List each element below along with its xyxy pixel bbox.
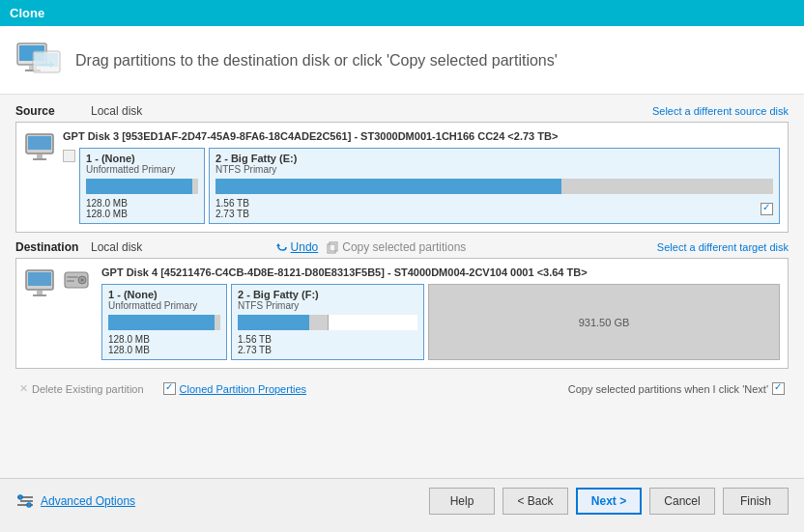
footer: Advanced Options Help < Back Next > Canc…: [0, 478, 804, 522]
finish-button[interactable]: Finish: [723, 488, 789, 515]
source-disk-info: GPT Disk 3 [953ED1AF-2D47-45A9-8FA6-18C4…: [63, 130, 780, 224]
clone-icon: [15, 38, 62, 84]
title-bar-label: Clone: [10, 6, 44, 20]
body-area: Source Local disk Select a different sou…: [0, 95, 804, 478]
destination-unallocated: 931.50 GB: [428, 284, 780, 360]
svg-rect-17: [33, 294, 46, 296]
source-partitions-row: 1 - (None) Unformatted Primary 128.0 MB …: [63, 148, 780, 224]
next-button[interactable]: Next >: [576, 488, 642, 515]
copy-next-row: Copy selected partitions when I click 'N…: [568, 382, 785, 395]
svg-rect-11: [33, 158, 46, 160]
source-partition1-checkbox[interactable]: [63, 150, 75, 162]
copy-icon: [326, 240, 339, 254]
source-sublabel: Local disk: [91, 104, 645, 118]
svg-rect-13: [330, 242, 337, 251]
footer-left: Advanced Options: [15, 491, 421, 511]
bottom-options-row: ✕ Delete Existing partition Cloned Parti…: [15, 377, 789, 397]
dest-p2-type: NTFS Primary: [238, 300, 417, 311]
destination-sublabel: Local disk: [91, 240, 267, 254]
advanced-options-icon: [15, 491, 35, 511]
title-bar: Clone: [0, 0, 804, 26]
copy-next-label: Copy selected partitions when I click 'N…: [568, 383, 768, 395]
source-disk-container: GPT Disk 3 [953ED1AF-2D47-45A9-8FA6-18C4…: [15, 122, 789, 233]
header-section: Drag partitions to the destination disk …: [0, 26, 804, 95]
source-disk-title: GPT Disk 3 [953ED1AF-2D47-45A9-8FA6-18C4…: [63, 130, 780, 142]
source-partition2: 2 - Big Fatty (E:) NTFS Primary 1.56 TB …: [209, 148, 780, 224]
cloned-checkbox[interactable]: [163, 382, 176, 395]
svg-rect-22: [67, 280, 74, 282]
copy-partitions-button[interactable]: Copy selected partitions: [326, 240, 466, 254]
undo-button[interactable]: Undo: [274, 240, 319, 254]
cloned-option[interactable]: Cloned Partition Properties: [163, 382, 306, 395]
source-p1-type: Unformatted Primary: [86, 164, 198, 175]
delete-label: Delete Existing partition: [32, 383, 144, 395]
destination-header: Destination Local disk Undo Copy selecte…: [15, 240, 789, 254]
svg-rect-21: [67, 276, 78, 278]
svg-rect-9: [28, 136, 51, 150]
source-monitor-icon: [24, 132, 55, 163]
advanced-options-link[interactable]: Advanced Options: [41, 494, 135, 508]
source-p2-check-row: 1.56 TB 2.73 TB: [215, 198, 773, 219]
destination-hdd-icon: [63, 266, 90, 294]
undo-label: Undo: [291, 240, 319, 254]
source-p1-bar: [86, 179, 198, 194]
source-header: Source Local disk Select a different sou…: [15, 104, 789, 118]
cloned-label[interactable]: Cloned Partition Properties: [180, 383, 306, 395]
source-partition1: 1 - (None) Unformatted Primary 128.0 MB …: [79, 148, 205, 224]
delete-x-icon: ✕: [19, 382, 28, 395]
destination-partitions-row: 1 - (None) Unformatted Primary 128.0 MB …: [101, 284, 780, 360]
destination-partition1: 1 - (None) Unformatted Primary 128.0 MB …: [101, 284, 227, 360]
destination-disk-title: GPT Disk 4 [45211476-C4CB-4D8E-8121-D80E…: [101, 266, 780, 278]
help-button[interactable]: Help: [429, 488, 495, 515]
source-label: Source: [15, 104, 83, 118]
destination-link[interactable]: Select a different target disk: [657, 241, 789, 253]
back-button[interactable]: < Back: [502, 488, 568, 515]
undo-icon: [274, 240, 288, 254]
bottom-options: ✕ Delete Existing partition Cloned Parti…: [19, 382, 568, 395]
destination-monitor-icon: [24, 268, 55, 299]
unallocated-size: 931.50 GB: [579, 317, 630, 328]
destination-label: Destination: [15, 240, 83, 254]
destination-disk-container: GPT Disk 4 [45211476-C4CB-4D8E-8121-D80E…: [15, 258, 789, 369]
source-p2-sizes: 1.56 TB 2.73 TB: [215, 198, 249, 219]
svg-rect-12: [328, 244, 335, 253]
cancel-button[interactable]: Cancel: [649, 488, 715, 515]
source-section: Source Local disk Select a different sou…: [15, 104, 789, 233]
delete-option: ✕ Delete Existing partition: [19, 382, 144, 395]
copy-label: Copy selected partitions: [342, 240, 466, 254]
source-p2-name: 2 - Big Fatty (E:): [215, 153, 773, 164]
svg-rect-15: [28, 272, 51, 286]
destination-section: Destination Local disk Undo Copy selecte…: [15, 240, 789, 369]
destination-disk-info: GPT Disk 4 [45211476-C4CB-4D8E-8121-D80E…: [101, 266, 780, 360]
dest-p1-type: Unformatted Primary: [108, 300, 220, 311]
svg-rect-7: [35, 53, 58, 67]
svg-rect-10: [37, 154, 43, 158]
svg-point-20: [81, 279, 84, 282]
dest-p1-sizes: 128.0 MB 128.0 MB: [108, 334, 220, 355]
dest-p2-bar: [238, 315, 417, 330]
dest-p1-bar: [108, 315, 220, 330]
dest-p2-name: 2 - Big Fatty (F:): [238, 289, 417, 300]
source-link[interactable]: Select a different source disk: [652, 105, 789, 117]
dest-p1-name: 1 - (None): [108, 289, 220, 300]
header-text: Drag partitions to the destination disk …: [75, 52, 558, 70]
svg-rect-16: [37, 291, 43, 294]
dest-p2-sizes: 1.56 TB 2.73 TB: [238, 334, 417, 355]
copy-next-checkbox[interactable]: [772, 382, 785, 395]
source-p1-name: 1 - (None): [86, 153, 198, 164]
source-partition2-checkbox[interactable]: [761, 203, 773, 215]
source-p1-sizes: 128.0 MB 128.0 MB: [86, 198, 198, 219]
source-p2-bar: [215, 179, 773, 194]
destination-partition2: 2 - Big Fatty (F:) NTFS Primary 1.56 TB …: [231, 284, 424, 360]
source-p2-type: NTFS Primary: [215, 164, 773, 175]
